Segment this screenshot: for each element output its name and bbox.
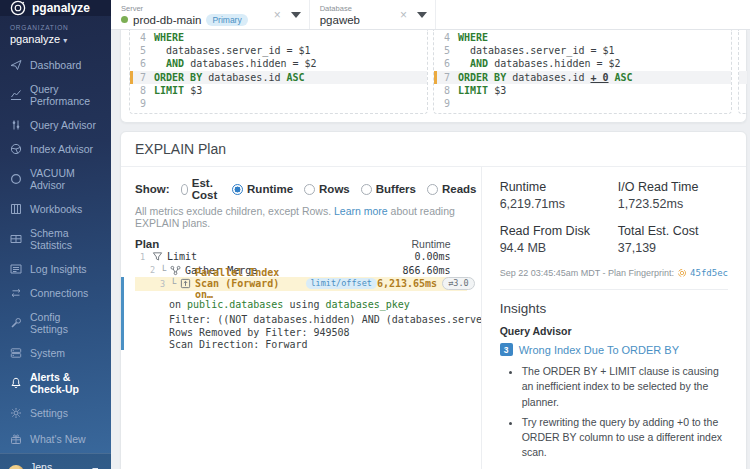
radio-reads[interactable]: Reads [427,183,477,195]
alerts-icon [10,377,22,389]
loops-badge: ⇄3.0 [442,277,474,290]
plan-node-limit[interactable]: 1 Limit 0.00ms [135,250,467,264]
server-label: Server [121,4,248,13]
brand-name: pganalyze [32,1,90,15]
vacuum-advisor-icon [10,173,22,185]
database-dropdown-icon[interactable] [417,12,427,18]
code-line: 7ORDER BY databases.id + 0 ASC [434,71,731,84]
insight-bullet: The ORDER BY + LIMIT clause is causing a… [522,364,728,410]
sidebar-item-log-insights[interactable]: Log Insights [0,257,111,281]
database-label: Database [320,4,360,13]
gather-merge-icon [170,265,181,276]
code-line: 9 [130,97,427,110]
radio-circle-icon [427,184,438,195]
query-original-panel: 4WHERE5 databases.server_id = $16 AND da… [129,30,428,114]
plan-fingerprint-row: Sep 22 03:45:45am MDT - Plan Fingerprint… [500,268,728,290]
tree-connector: └ [170,278,176,289]
insight-bullet-list: The ORDER BY + LIMIT clause is causing a… [522,364,728,460]
user-name: Jens Nikolaus [30,461,85,469]
config-settings-icon [10,317,22,329]
database-selector[interactable]: Database pgaweb × [310,0,436,29]
index-advisor-icon [10,143,22,155]
log-insights-icon [10,263,22,275]
schema-statistics-icon [10,233,22,245]
filter-text: Filter: ((NOT databases.hidden) AND (dat… [169,314,481,325]
query-advisor-label: Query Advisor [500,325,728,337]
sidebar-item-index-advisor[interactable]: Index Advisor [0,137,111,161]
metrics-note: All metrics exclude children, except Row… [135,205,467,229]
stat-read-from-disk: Read From Disk94.4 MB [500,224,610,255]
whats-new-link[interactable]: What's New [0,425,111,453]
clear-server-icon[interactable]: × [274,8,281,22]
sidebar-item-alerts-check-up[interactable]: Alerts & Check-Up [0,365,111,401]
sidebar-item-connections[interactable]: Connections [0,281,111,305]
sidebar-item-config-settings[interactable]: Config Settings [0,305,111,341]
radio-circle-icon [304,184,315,195]
plan-pane: Show: Est. CostRuntimeRowsBuffersReadsWr… [121,167,481,469]
stat-total-est-cost: Total Est. Cost37,139 [618,224,728,255]
org-section: ORGANIZATION pganalyze ▾ [0,16,111,51]
pganalyze-logo-icon [10,0,26,16]
server-dropdown-icon[interactable] [291,12,301,18]
code-line: 6 AND databases.hidden = $2 [130,57,427,70]
content-column: Server prod-db-main Primary × Database p… [111,0,750,469]
sidebar-item-workbooks[interactable]: Workbooks [0,197,111,221]
sidebar-item-system[interactable]: System [0,341,111,365]
code-line: 9 [434,97,731,110]
radio-est-cost[interactable]: Est. Cost [181,177,222,201]
gift-icon [10,433,22,445]
logo-row[interactable]: pganalyze [0,0,111,16]
tree-connector: └ [160,265,166,276]
code-line: 8LIMIT $3 [434,84,731,97]
show-label: Show: [135,183,170,195]
sidebar-bottom: What's New Jens Nikolaus [0,425,111,469]
radio-rows[interactable]: Rows [304,183,350,195]
sidebar-item-schema-statistics[interactable]: Schema Statistics [0,221,111,257]
limit-offset-badge: limit/offset [306,278,377,289]
radio-buffers[interactable]: Buffers [361,183,416,195]
plan-column-header: Plan [135,238,159,250]
radio-circle-icon [232,184,243,195]
server-status-dot [121,16,128,23]
radio-runtime[interactable]: Runtime [232,183,293,195]
sidebar-item-vacuum-advisor[interactable]: VACUUM Advisor [0,161,111,197]
fingerprint-hash-link[interactable]: 45fd5ec [690,268,728,278]
plan-node-parallel-index-scan[interactable]: 3 └ Parallel Index Scan (Forward) on… li… [135,277,467,291]
sidebar-item-query-advisor[interactable]: Query Advisor [0,113,111,137]
dashboard-icon [10,59,22,71]
query-panel-overflow-sliver [738,30,747,114]
sidebar-item-query-performance[interactable]: Query Performance [0,77,111,113]
metric-radio-group: Show: Est. CostRuntimeRowsBuffersReadsWr… [135,177,467,201]
explain-plan-card: EXPLAIN Plan Show: Est. CostRuntimeRowsB… [120,131,747,469]
query-performance-icon [10,89,22,101]
wrong-index-insight-link[interactable]: Wrong Index Due To ORDER BY [519,344,679,356]
stat-runtime: Runtime6,219.71ms [500,180,610,211]
code-line: 5 databases.server_id = $1 [434,44,731,57]
clear-database-icon[interactable]: × [400,8,407,22]
workbooks-icon [10,203,22,215]
plan-node-gather-merge[interactable]: 2 └ Gather Merge 866.60ms [135,264,467,278]
plan-stats-pane: Runtime6,219.71ms I/O Read Time1,723.52m… [481,167,746,469]
funnel-icon [152,251,163,262]
insight-bullet: Try rewriting the query by adding +0 to … [522,415,728,461]
selected-plan-node-block: 3 └ Parallel Index Scan (Forward) on… li… [135,277,467,352]
code-line: 5 databases.server_id = $1 [130,44,427,57]
top-header: Server prod-db-main Primary × Database p… [111,0,750,30]
org-switcher[interactable]: pganalyze ▾ [10,33,101,45]
code-line: 6 AND databases.hidden = $2 [434,57,731,70]
rows-removed-text: Rows Removed by Filter: 949508 [169,327,467,340]
main-scroll-area: 4WHERE5 databases.server_id = $16 AND da… [111,30,750,469]
code-line: 4WHERE [130,31,427,44]
server-selector[interactable]: Server prod-db-main Primary × [111,0,310,29]
plan-node-details: on public.databases using databases_pkey… [169,297,467,352]
sidebar-item-settings[interactable]: Settings [0,401,111,425]
app-root: pganalyze ORGANIZATION pganalyze ▾ Dashb… [0,0,750,469]
query-advisor-icon [10,119,22,131]
connections-icon [10,287,22,299]
learn-more-link[interactable]: Learn more [334,205,388,217]
primary-badge: Primary [206,14,247,26]
user-menu[interactable]: Jens Nikolaus [0,453,111,469]
sidebar-item-dashboard[interactable]: Dashboard [0,53,111,77]
sidebar: pganalyze ORGANIZATION pganalyze ▾ Dashb… [0,0,111,469]
radio-circle-icon [181,184,188,195]
